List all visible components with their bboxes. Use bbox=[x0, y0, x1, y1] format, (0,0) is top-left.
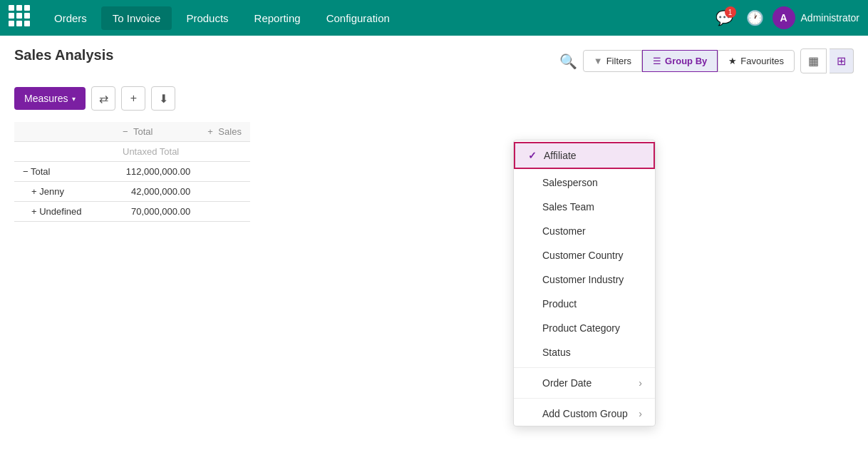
row-jenny-sales bbox=[199, 182, 250, 202]
toggle-total[interactable]: − bbox=[123, 126, 128, 137]
bar-chart-view-button[interactable]: ▦ bbox=[800, 48, 827, 73]
row-jenny-amount: 42,000,000.00 bbox=[114, 182, 199, 202]
divider-2 bbox=[514, 398, 655, 399]
row-undefined-amount: 70,000,000.00 bbox=[114, 202, 199, 222]
dropdown-item-customer-country[interactable]: Customer Country bbox=[514, 243, 655, 267]
measures-button[interactable]: Measures ▾ bbox=[14, 87, 86, 110]
group-by-icon: ☰ bbox=[653, 56, 661, 66]
row-total-amount: 112,000,000.00 bbox=[114, 162, 199, 182]
add-button[interactable]: + bbox=[121, 86, 145, 111]
star-icon: ★ bbox=[728, 56, 737, 66]
table-row: − Total 112,000,000.00 bbox=[14, 162, 250, 182]
page-content: Sales Analysis 🔍 ▼ Filters ☰ Group By ★ … bbox=[0, 36, 868, 455]
filter-icon: ▼ bbox=[594, 56, 603, 66]
sales-label: Sales bbox=[218, 126, 242, 137]
dropdown-item-product-category[interactable]: Product Category bbox=[514, 316, 655, 340]
customer-label: Customer bbox=[542, 225, 586, 237]
top-navigation: Orders To Invoice Products Reporting Con… bbox=[0, 0, 868, 36]
dropdown-item-status[interactable]: Status bbox=[514, 340, 655, 364]
sales-team-label: Sales Team bbox=[542, 201, 594, 213]
data-table: − Total + Sales Untaxed Total bbox=[14, 122, 250, 222]
dropdown-item-affiliate[interactable]: ✓ Affiliate bbox=[514, 142, 655, 169]
total-label: Total bbox=[31, 166, 50, 177]
minus-icon: − bbox=[23, 166, 29, 177]
notification-button[interactable]: 💬 1 bbox=[712, 5, 738, 31]
admin-name: Administrator bbox=[801, 12, 859, 24]
nav-orders[interactable]: Orders bbox=[43, 6, 98, 30]
row-undefined-sales bbox=[199, 202, 250, 222]
customer-country-label: Customer Country bbox=[542, 250, 624, 261]
group-by-dropdown: ✓ Affiliate Salesperson Sales Team Custo… bbox=[513, 140, 656, 426]
dropdown-item-sales-team[interactable]: Sales Team bbox=[514, 195, 655, 219]
row-jenny-toggle[interactable]: + Jenny bbox=[14, 182, 114, 202]
toolbar: Measures ▾ ⇄ + ⬇ bbox=[14, 86, 854, 111]
order-date-label: Order Date bbox=[542, 377, 591, 389]
dropdown-item-salesperson[interactable]: Salesperson bbox=[514, 170, 655, 195]
col-untaxed-total: Untaxed Total bbox=[114, 142, 199, 162]
col-untaxed-total-2 bbox=[199, 142, 250, 162]
col-header-name bbox=[14, 122, 114, 142]
product-label: Product bbox=[542, 298, 577, 310]
product-category-label: Product Category bbox=[542, 322, 620, 334]
page-title: Sales Analysis bbox=[14, 47, 113, 63]
group-by-button[interactable]: ☰ Group By bbox=[642, 50, 718, 72]
nav-configuration[interactable]: Configuration bbox=[315, 6, 401, 30]
clock-icon[interactable]: 🕐 bbox=[746, 9, 764, 26]
table-row: + Jenny 42,000,000.00 bbox=[14, 182, 250, 202]
caret-down-icon: ▾ bbox=[72, 95, 76, 103]
col-sub-sales: + Sales bbox=[199, 122, 250, 142]
divider bbox=[514, 367, 655, 368]
compare-button[interactable]: ⇄ bbox=[91, 86, 115, 111]
total-label: Total bbox=[133, 126, 153, 137]
plus-icon: + bbox=[31, 186, 37, 197]
dropdown-item-customer-industry[interactable]: Customer Industry bbox=[514, 267, 655, 292]
check-icon: ✓ bbox=[528, 150, 538, 161]
dropdown-item-order-date[interactable]: Order Date › bbox=[514, 371, 655, 395]
undefined-label: Undefined bbox=[39, 206, 81, 217]
filters-button[interactable]: ▼ Filters bbox=[583, 50, 642, 72]
nav-products[interactable]: Products bbox=[175, 6, 239, 30]
favourites-button[interactable]: ★ Favourites bbox=[718, 50, 795, 72]
nav-to-invoice[interactable]: To Invoice bbox=[101, 6, 172, 30]
plus-icon: + bbox=[31, 206, 37, 217]
row-total-toggle[interactable]: − Total bbox=[14, 162, 114, 182]
view-toggle: ▦ ⊞ bbox=[800, 48, 854, 73]
toggle-sales[interactable]: + bbox=[207, 126, 213, 137]
favourites-label: Favourites bbox=[740, 56, 784, 66]
avatar: A bbox=[773, 6, 795, 29]
dropdown-item-product[interactable]: Product bbox=[514, 292, 655, 316]
status-label: Status bbox=[542, 347, 571, 358]
chevron-right-icon: › bbox=[639, 377, 642, 389]
table-view-button[interactable]: ⊞ bbox=[830, 48, 854, 73]
filter-group: ▼ Filters ☰ Group By ★ Favourites bbox=[583, 50, 795, 72]
customer-industry-label: Customer Industry bbox=[542, 274, 624, 285]
row-total-sales bbox=[199, 162, 250, 182]
filters-label: Filters bbox=[606, 56, 631, 66]
salesperson-label: Salesperson bbox=[542, 177, 598, 188]
affiliate-label: Affiliate bbox=[544, 150, 577, 161]
row-undefined-toggle[interactable]: + Undefined bbox=[14, 202, 114, 222]
chevron-right-icon-2: › bbox=[639, 408, 642, 419]
download-button[interactable]: ⬇ bbox=[151, 86, 175, 111]
group-by-label: Group By bbox=[665, 56, 707, 66]
jenny-label: Jenny bbox=[39, 186, 64, 197]
dropdown-item-add-custom-group[interactable]: Add Custom Group › bbox=[514, 402, 655, 426]
measures-label: Measures bbox=[24, 93, 68, 104]
add-custom-group-label: Add Custom Group bbox=[542, 408, 628, 419]
user-menu[interactable]: A Administrator bbox=[773, 6, 859, 29]
table-area: − Total + Sales Untaxed Total bbox=[14, 122, 854, 222]
app-grid-icon[interactable] bbox=[9, 5, 34, 31]
notification-badge: 1 bbox=[725, 6, 736, 18]
nav-reporting[interactable]: Reporting bbox=[243, 6, 312, 30]
col-empty bbox=[14, 142, 114, 162]
table-row: + Undefined 70,000,000.00 bbox=[14, 202, 250, 222]
dropdown-item-customer[interactable]: Customer bbox=[514, 219, 655, 243]
col-sub-total: − Total bbox=[114, 122, 199, 142]
search-icon[interactable]: 🔍 bbox=[559, 53, 577, 70]
